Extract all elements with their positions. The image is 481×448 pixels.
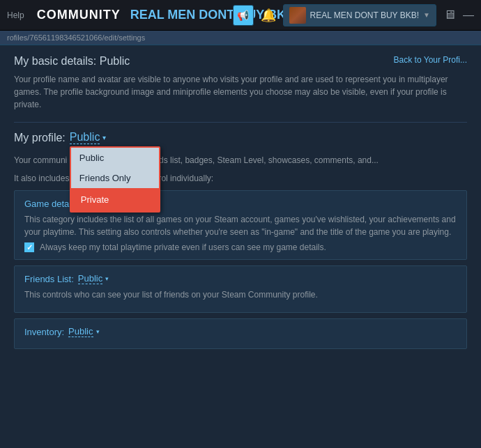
playtime-checkbox[interactable]: ✓ [24,242,34,252]
inventory-arrow: ▾ [96,328,100,335]
playtime-checkbox-label: Always keep my total playtime private ev… [40,242,326,252]
inventory-dropdown[interactable]: Public ▾ [68,326,99,337]
basic-details-desc: Your profile name and avatar are visible… [14,73,467,111]
user-dropdown-arrow: ▼ [423,11,430,19]
main-content: Back to Your Profi... My basic details: … [0,45,481,445]
inventory-value: Public [68,326,93,337]
user-area[interactable]: REAL MEN DONT BUY BKB! ▼ [283,4,436,26]
friends-list-desc: This controls who can see your list of f… [24,288,457,301]
friends-list-arrow: ▾ [105,275,109,282]
my-profile-dropdown[interactable]: Public ▾ Public Friends Only Private [70,131,107,144]
community-nav[interactable]: COMMUNITY [37,8,121,22]
basic-details-label: My basic details: [14,55,96,67]
help-menu[interactable]: Help [7,10,24,20]
url-text: rofiles/76561198346521066/edit/settings [7,33,145,42]
url-bar: rofiles/76561198346521066/edit/settings [0,31,481,45]
my-profile-value: Public [70,131,100,144]
divider-1 [14,122,467,123]
inventory-label: Inventory: [24,327,64,337]
inventory-section: Inventory: Public ▾ [14,318,467,349]
friends-list-dropdown[interactable]: Public ▾ [78,273,109,284]
game-details-desc: This category includes the list of all g… [24,213,457,238]
check-icon: ✓ [26,243,33,252]
profile-row: My profile: Public ▾ Public Friends Only… [14,131,106,144]
dropdown-option-private[interactable]: Private [71,188,159,211]
minimize-button[interactable]: — [463,9,474,22]
user-name-text: REAL MEN DONT BUY BKB! [310,10,420,20]
monitor-icon[interactable]: 🖥 [443,8,456,22]
friends-list-section: Friends List: Public ▾ This controls who… [14,265,467,313]
my-profile-row: My profile: Public ▾ Public Friends Only… [14,131,467,150]
friends-list-title: Friends List: Public ▾ [24,273,457,284]
my-profile-label: My profile: [14,132,66,144]
basic-details-status: Public [100,55,130,67]
playtime-checkbox-row: ✓ Always keep my total playtime private … [24,242,457,252]
broadcast-button[interactable]: 📢 [233,5,254,26]
top-bar: Help COMMUNITY REAL MEN DONT BUY BKB! ▼ … [0,0,481,31]
broadcast-icon: 📢 [237,10,249,21]
dropdown-option-public[interactable]: Public [71,148,159,168]
avatar [289,7,306,24]
dropdown-option-friends-only[interactable]: Friends Only [71,168,159,188]
my-profile-arrow: ▾ [102,134,106,141]
friends-list-value: Public [78,273,102,284]
friends-list-label: Friends List: [24,274,74,284]
back-link[interactable]: Back to Your Profi... [394,55,467,65]
notification-button[interactable]: 🔔 [261,8,276,23]
profile-dropdown-menu: Public Friends Only Private [70,146,160,213]
nav-right: 📢 🔔 REAL MEN DONT BUY BKB! ▼ 🖥 — [233,4,474,26]
inventory-title: Inventory: Public ▾ [24,326,457,337]
